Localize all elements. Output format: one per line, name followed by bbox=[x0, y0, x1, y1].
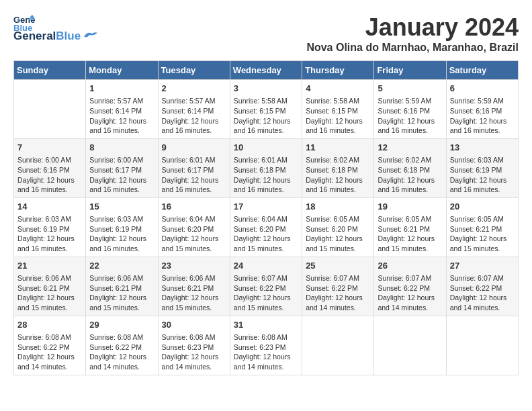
day-number: 16 bbox=[162, 201, 226, 213]
day-info: Sunrise: 6:04 AM Sunset: 6:20 PM Dayligh… bbox=[234, 214, 298, 254]
day-info: Sunrise: 6:04 AM Sunset: 6:20 PM Dayligh… bbox=[162, 214, 226, 254]
calendar-cell: 6Sunrise: 5:59 AM Sunset: 6:16 PM Daylig… bbox=[446, 80, 518, 139]
day-info: Sunrise: 6:07 AM Sunset: 6:22 PM Dayligh… bbox=[450, 273, 515, 313]
day-info: Sunrise: 5:57 AM Sunset: 6:14 PM Dayligh… bbox=[89, 96, 154, 136]
calendar-cell: 23Sunrise: 6:06 AM Sunset: 6:21 PM Dayli… bbox=[158, 257, 230, 316]
day-number: 14 bbox=[17, 201, 82, 213]
calendar-cell: 20Sunrise: 6:05 AM Sunset: 6:21 PM Dayli… bbox=[446, 197, 518, 257]
day-info: Sunrise: 6:08 AM Sunset: 6:23 PM Dayligh… bbox=[234, 332, 298, 372]
logo-bird-icon bbox=[83, 31, 97, 42]
weekday-friday: Friday bbox=[374, 61, 446, 80]
month-title: January 2024 bbox=[306, 13, 519, 42]
weekday-tuesday: Tuesday bbox=[158, 61, 230, 80]
logo-general: General bbox=[13, 30, 56, 43]
day-number: 5 bbox=[378, 83, 442, 95]
week-row-2: 7Sunrise: 6:00 AM Sunset: 6:16 PM Daylig… bbox=[14, 138, 519, 197]
day-number: 26 bbox=[378, 260, 442, 272]
day-number: 2 bbox=[162, 83, 226, 95]
day-info: Sunrise: 6:05 AM Sunset: 6:20 PM Dayligh… bbox=[306, 214, 370, 254]
week-row-5: 28Sunrise: 6:08 AM Sunset: 6:22 PM Dayli… bbox=[14, 316, 519, 375]
calendar-cell: 15Sunrise: 6:03 AM Sunset: 6:19 PM Dayli… bbox=[86, 197, 158, 257]
calendar-cell bbox=[446, 316, 518, 375]
day-info: Sunrise: 6:07 AM Sunset: 6:22 PM Dayligh… bbox=[306, 273, 370, 313]
day-number: 12 bbox=[378, 142, 442, 154]
weekday-header-row: SundayMondayTuesdayWednesdayThursdayFrid… bbox=[14, 61, 519, 80]
calendar-cell: 7Sunrise: 6:00 AM Sunset: 6:16 PM Daylig… bbox=[14, 138, 86, 197]
day-number: 21 bbox=[17, 260, 82, 272]
logo-blue: Blue bbox=[56, 30, 81, 43]
calendar-cell bbox=[374, 316, 446, 375]
day-number: 18 bbox=[306, 201, 370, 213]
day-number: 20 bbox=[450, 201, 515, 213]
day-info: Sunrise: 6:05 AM Sunset: 6:21 PM Dayligh… bbox=[450, 214, 515, 254]
calendar-cell: 14Sunrise: 6:03 AM Sunset: 6:19 PM Dayli… bbox=[14, 197, 86, 257]
day-info: Sunrise: 6:02 AM Sunset: 6:18 PM Dayligh… bbox=[306, 155, 370, 195]
calendar-cell: 17Sunrise: 6:04 AM Sunset: 6:20 PM Dayli… bbox=[230, 197, 302, 257]
day-number: 27 bbox=[450, 260, 515, 272]
day-number: 3 bbox=[234, 83, 298, 95]
day-number: 4 bbox=[306, 83, 370, 95]
day-number: 30 bbox=[162, 319, 226, 331]
day-info: Sunrise: 5:58 AM Sunset: 6:15 PM Dayligh… bbox=[306, 96, 370, 136]
day-info: Sunrise: 6:01 AM Sunset: 6:17 PM Dayligh… bbox=[162, 155, 226, 195]
day-number: 19 bbox=[378, 201, 442, 213]
calendar-cell: 18Sunrise: 6:05 AM Sunset: 6:20 PM Dayli… bbox=[302, 197, 374, 257]
day-info: Sunrise: 6:08 AM Sunset: 6:22 PM Dayligh… bbox=[89, 332, 154, 372]
day-number: 10 bbox=[234, 142, 298, 154]
title-block: January 2024 Nova Olina do Marnhao, Mara… bbox=[306, 13, 519, 54]
calendar-cell: 31Sunrise: 6:08 AM Sunset: 6:23 PM Dayli… bbox=[230, 316, 302, 375]
calendar-cell: 24Sunrise: 6:07 AM Sunset: 6:22 PM Dayli… bbox=[230, 257, 302, 316]
day-info: Sunrise: 6:03 AM Sunset: 6:19 PM Dayligh… bbox=[89, 214, 154, 254]
calendar-cell: 30Sunrise: 6:08 AM Sunset: 6:23 PM Dayli… bbox=[158, 316, 230, 375]
day-info: Sunrise: 6:06 AM Sunset: 6:21 PM Dayligh… bbox=[17, 273, 82, 313]
calendar-cell: 27Sunrise: 6:07 AM Sunset: 6:22 PM Dayli… bbox=[446, 257, 518, 316]
day-number: 23 bbox=[162, 260, 226, 272]
day-info: Sunrise: 5:59 AM Sunset: 6:16 PM Dayligh… bbox=[450, 96, 515, 136]
calendar-cell: 9Sunrise: 6:01 AM Sunset: 6:17 PM Daylig… bbox=[158, 138, 230, 197]
page-header: General Blue General Blue January 2024 N… bbox=[13, 13, 519, 54]
week-row-4: 21Sunrise: 6:06 AM Sunset: 6:21 PM Dayli… bbox=[14, 257, 519, 316]
day-number: 31 bbox=[234, 319, 298, 331]
logo: General Blue General Blue bbox=[13, 13, 97, 43]
calendar-cell: 3Sunrise: 5:58 AM Sunset: 6:15 PM Daylig… bbox=[230, 80, 302, 139]
day-number: 15 bbox=[89, 201, 154, 213]
day-number: 8 bbox=[89, 142, 154, 154]
day-number: 6 bbox=[450, 83, 515, 95]
calendar-cell: 1Sunrise: 5:57 AM Sunset: 6:14 PM Daylig… bbox=[86, 80, 158, 139]
day-number: 25 bbox=[306, 260, 370, 272]
weekday-wednesday: Wednesday bbox=[230, 61, 302, 80]
calendar-cell: 5Sunrise: 5:59 AM Sunset: 6:16 PM Daylig… bbox=[374, 80, 446, 139]
calendar-cell: 19Sunrise: 6:05 AM Sunset: 6:21 PM Dayli… bbox=[374, 197, 446, 257]
day-info: Sunrise: 6:08 AM Sunset: 6:23 PM Dayligh… bbox=[162, 332, 226, 372]
calendar-cell: 4Sunrise: 5:58 AM Sunset: 6:15 PM Daylig… bbox=[302, 80, 374, 139]
day-number: 1 bbox=[89, 83, 154, 95]
calendar-cell bbox=[14, 80, 86, 139]
calendar-cell: 10Sunrise: 6:01 AM Sunset: 6:18 PM Dayli… bbox=[230, 138, 302, 197]
calendar-cell: 2Sunrise: 5:57 AM Sunset: 6:14 PM Daylig… bbox=[158, 80, 230, 139]
day-number: 22 bbox=[89, 260, 154, 272]
calendar-cell: 8Sunrise: 6:00 AM Sunset: 6:17 PM Daylig… bbox=[86, 138, 158, 197]
calendar-cell: 28Sunrise: 6:08 AM Sunset: 6:22 PM Dayli… bbox=[14, 316, 86, 375]
week-row-3: 14Sunrise: 6:03 AM Sunset: 6:19 PM Dayli… bbox=[14, 197, 519, 257]
day-number: 17 bbox=[234, 201, 298, 213]
calendar-cell: 26Sunrise: 6:07 AM Sunset: 6:22 PM Dayli… bbox=[374, 257, 446, 316]
day-info: Sunrise: 6:05 AM Sunset: 6:21 PM Dayligh… bbox=[378, 214, 442, 254]
day-number: 9 bbox=[162, 142, 226, 154]
calendar-cell: 12Sunrise: 6:02 AM Sunset: 6:18 PM Dayli… bbox=[374, 138, 446, 197]
calendar-cell: 21Sunrise: 6:06 AM Sunset: 6:21 PM Dayli… bbox=[14, 257, 86, 316]
calendar-cell: 13Sunrise: 6:03 AM Sunset: 6:19 PM Dayli… bbox=[446, 138, 518, 197]
weekday-monday: Monday bbox=[86, 61, 158, 80]
day-info: Sunrise: 6:00 AM Sunset: 6:16 PM Dayligh… bbox=[17, 155, 82, 195]
weekday-saturday: Saturday bbox=[446, 61, 518, 80]
day-info: Sunrise: 6:07 AM Sunset: 6:22 PM Dayligh… bbox=[234, 273, 298, 313]
day-number: 28 bbox=[17, 319, 82, 331]
day-info: Sunrise: 6:01 AM Sunset: 6:18 PM Dayligh… bbox=[234, 155, 298, 195]
week-row-1: 1Sunrise: 5:57 AM Sunset: 6:14 PM Daylig… bbox=[14, 80, 519, 139]
calendar-cell bbox=[302, 316, 374, 375]
day-info: Sunrise: 6:03 AM Sunset: 6:19 PM Dayligh… bbox=[17, 214, 82, 254]
day-number: 24 bbox=[234, 260, 298, 272]
weekday-sunday: Sunday bbox=[14, 61, 86, 80]
calendar-cell: 29Sunrise: 6:08 AM Sunset: 6:22 PM Dayli… bbox=[86, 316, 158, 375]
calendar-cell: 25Sunrise: 6:07 AM Sunset: 6:22 PM Dayli… bbox=[302, 257, 374, 316]
day-info: Sunrise: 6:08 AM Sunset: 6:22 PM Dayligh… bbox=[17, 332, 82, 372]
